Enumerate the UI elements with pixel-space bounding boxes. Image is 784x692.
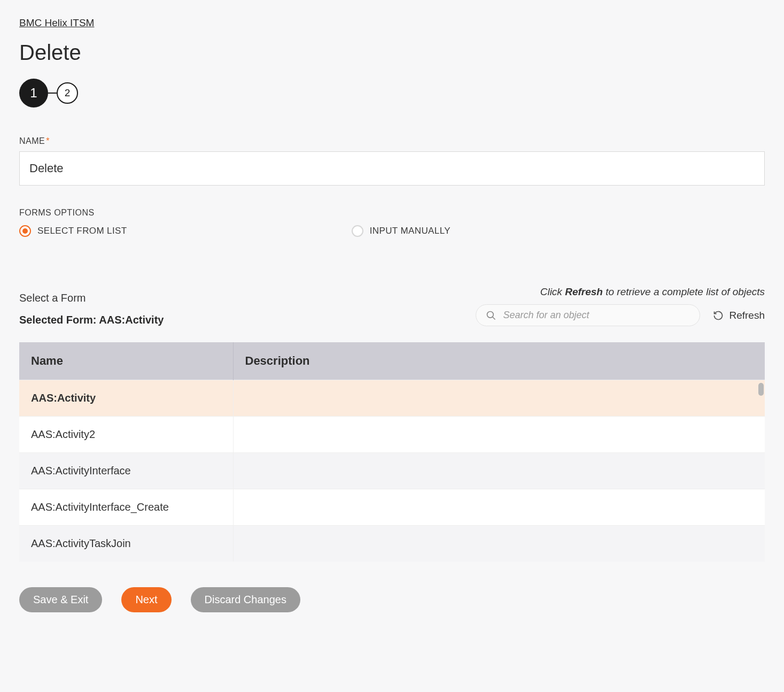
cell-name: AAS:ActivityInterface (19, 453, 233, 489)
hint-bold: Refresh (565, 286, 603, 297)
forms-table: Name Description AAS:ActivityAAS:Activit… (19, 342, 765, 562)
stepper: 1 2 (19, 79, 765, 107)
radio-label: SELECT FROM LIST (37, 226, 127, 236)
selected-form-value: AAS:Activity (99, 314, 164, 326)
name-label-text: NAME (19, 136, 45, 145)
radio-icon (19, 225, 31, 237)
cell-description (233, 380, 765, 417)
forms-options-label: FORMS OPTIONS (19, 208, 765, 218)
cell-description (233, 489, 765, 526)
step-connector (48, 93, 57, 94)
page-title: Delete (19, 41, 765, 65)
refresh-icon (713, 310, 724, 321)
selected-form: Selected Form: AAS:Activity (19, 314, 164, 326)
cell-name: AAS:Activity2 (19, 417, 233, 453)
table-row[interactable]: AAS:Activity (19, 380, 765, 417)
step-1[interactable]: 1 (19, 79, 48, 107)
table-row[interactable]: AAS:Activity2 (19, 417, 765, 453)
radio-input-manually[interactable]: INPUT MANUALLY (352, 225, 451, 237)
breadcrumb-link[interactable]: BMC Helix ITSM (19, 17, 94, 28)
col-header-description[interactable]: Description (233, 342, 765, 380)
hint-prefix: Click (540, 286, 565, 297)
select-form-label: Select a Form (19, 292, 164, 304)
svg-line-1 (493, 317, 495, 319)
cell-name: AAS:Activity (19, 380, 233, 417)
cell-description (233, 526, 765, 562)
cell-description (233, 453, 765, 489)
refresh-hint: Click Refresh to retrieve a complete lis… (540, 286, 765, 298)
refresh-label: Refresh (729, 310, 765, 321)
table-row[interactable]: AAS:ActivityTaskJoin (19, 526, 765, 562)
search-wrap[interactable] (476, 304, 700, 326)
selected-form-prefix: Selected Form: (19, 314, 99, 326)
col-header-name[interactable]: Name (19, 342, 233, 380)
svg-point-0 (487, 311, 494, 318)
radio-label: INPUT MANUALLY (370, 226, 451, 236)
radio-select-from-list[interactable]: SELECT FROM LIST (19, 225, 127, 237)
scrollbar[interactable] (758, 383, 764, 396)
discard-button[interactable]: Discard Changes (191, 587, 300, 612)
refresh-button[interactable]: Refresh (713, 310, 765, 321)
cell-name: AAS:ActivityTaskJoin (19, 526, 233, 562)
table-row[interactable]: AAS:ActivityInterface_Create (19, 489, 765, 526)
name-label: NAME* (19, 136, 765, 146)
cell-description (233, 417, 765, 453)
table-row[interactable]: AAS:ActivityInterface (19, 453, 765, 489)
search-icon (486, 310, 496, 321)
hint-suffix: to retrieve a complete list of objects (603, 286, 765, 297)
name-input[interactable] (19, 151, 765, 186)
search-input[interactable] (502, 309, 690, 321)
radio-icon (352, 225, 363, 237)
save-exit-button[interactable]: Save & Exit (19, 587, 102, 612)
cell-name: AAS:ActivityInterface_Create (19, 489, 233, 526)
required-mark: * (46, 136, 50, 145)
step-2[interactable]: 2 (57, 82, 78, 104)
next-button[interactable]: Next (121, 587, 171, 612)
